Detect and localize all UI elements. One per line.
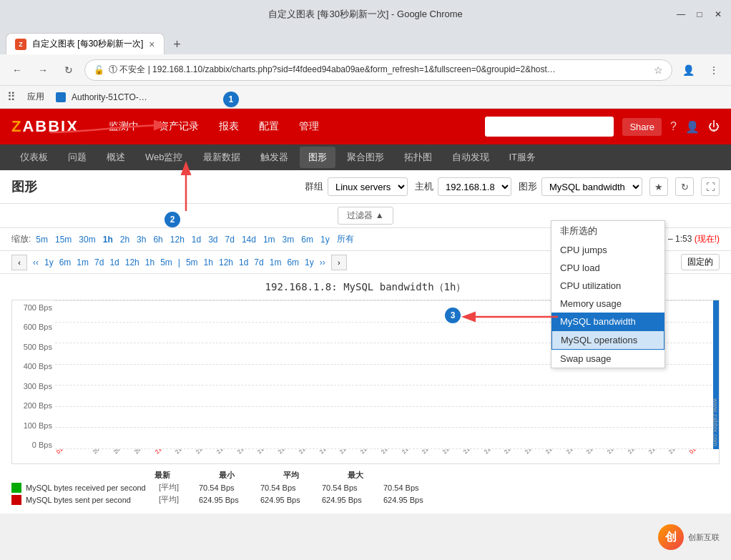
nav-monitor[interactable]: 监测中 xyxy=(100,116,147,137)
time-1y[interactable]: 1y xyxy=(318,234,332,245)
dropdown-item-5[interactable]: MySQL bandwidth xyxy=(551,313,664,330)
time-3m[interactable]: 3m xyxy=(280,234,297,245)
nav-rr[interactable]: ›› xyxy=(318,257,327,268)
nav-7d-r[interactable]: 7d xyxy=(252,257,265,268)
nav-1m-l[interactable]: 1m xyxy=(75,257,90,268)
time-6m[interactable]: 6m xyxy=(299,234,315,245)
user-icon[interactable]: 👤 xyxy=(685,120,700,134)
nav-1d-r[interactable]: 1d xyxy=(237,257,250,268)
subnav-it[interactable]: IT服务 xyxy=(501,147,545,168)
x-2124: 21.24 xyxy=(401,449,416,455)
time-5m[interactable]: 5m xyxy=(34,234,50,245)
nav-admin[interactable]: 管理 xyxy=(290,116,328,137)
subnav-triggers[interactable]: 触发器 xyxy=(252,147,297,168)
close-btn[interactable]: ✕ xyxy=(712,9,724,20)
nav-1d-l[interactable]: 1d xyxy=(108,257,120,268)
group-select[interactable]: Linux servers xyxy=(328,177,408,196)
power-icon[interactable]: ⏻ xyxy=(708,120,720,133)
nav-1y-r[interactable]: 1y xyxy=(303,257,315,268)
nav-1h-l[interactable]: 1h xyxy=(144,257,156,268)
time-2h[interactable]: 2h xyxy=(118,234,132,245)
nav-assets[interactable]: 资产记录 xyxy=(150,116,207,137)
refresh-btn[interactable]: ↻ xyxy=(675,177,694,196)
nav-6m-r[interactable]: 6m xyxy=(285,257,300,268)
legend-label-1: MySQL bytes sent per second xyxy=(26,496,154,504)
bookmark-authority[interactable]: Authority-51CTO-… xyxy=(56,92,147,102)
time-3d[interactable]: 3d xyxy=(206,234,220,245)
apps-icon[interactable]: ⠿ xyxy=(7,90,16,104)
tab-close-btn[interactable]: × xyxy=(149,39,154,50)
address-box[interactable]: 🔓 ① 不安全 | 192.168.1.10/zabbix/charts.php… xyxy=(84,59,672,81)
nav-1m-r2[interactable]: 1m xyxy=(268,257,283,268)
menu-btn[interactable]: ⋮ xyxy=(704,60,724,80)
nav-1y-l[interactable]: 1y xyxy=(43,257,55,268)
subnav-web[interactable]: Web监控 xyxy=(137,147,192,168)
dropdown-item-6[interactable]: MySQL operations xyxy=(551,330,664,350)
dropdown-item-2[interactable]: CPU load xyxy=(551,259,664,277)
prev-btn[interactable]: ‹ xyxy=(11,255,27,270)
time-all[interactable]: 所有 xyxy=(335,232,356,246)
time-3h[interactable]: 3h xyxy=(134,234,148,245)
nav-12h-l[interactable]: 12h xyxy=(124,257,141,268)
nav-12h-r[interactable]: 12h xyxy=(217,257,235,268)
subnav-topology[interactable]: 拓扑图 xyxy=(396,147,441,168)
nav-6m-l[interactable]: 6m xyxy=(58,257,73,268)
maximize-btn[interactable]: □ xyxy=(694,9,705,20)
legend-val-1-1: 624.95 Bps xyxy=(260,496,318,504)
filter-toggle-btn[interactable]: 过滤器 ▲ xyxy=(338,207,393,225)
graph-label: 图形 xyxy=(519,180,537,193)
dropdown-item-4[interactable]: Memory usage xyxy=(551,295,664,313)
nav-ll[interactable]: ‹‹ xyxy=(31,257,40,268)
nav-1h-r[interactable]: 1h xyxy=(202,257,215,268)
dropdown-item-1[interactable]: CPU jumps xyxy=(551,241,664,259)
help-icon[interactable]: ? xyxy=(670,120,677,133)
time-12h[interactable]: 12h xyxy=(168,234,187,245)
dropdown-item-3[interactable]: CPU utilization xyxy=(551,277,664,295)
next-btn[interactable]: › xyxy=(331,255,347,270)
time-15m[interactable]: 15m xyxy=(53,234,74,245)
time-30m[interactable]: 30m xyxy=(77,234,97,245)
search-input[interactable] xyxy=(485,117,614,137)
nav-config[interactable]: 配置 xyxy=(250,116,288,137)
back-btn[interactable]: ← xyxy=(7,60,27,80)
time-14d[interactable]: 14d xyxy=(240,234,258,245)
group-label: 群组 xyxy=(305,180,323,193)
minimize-btn[interactable]: — xyxy=(675,9,687,20)
bookmark-apps[interactable]: 应用 xyxy=(27,91,44,103)
subnav-autodiscover[interactable]: 自动发现 xyxy=(443,147,498,168)
forward-btn[interactable]: → xyxy=(33,60,53,80)
nav-5m-l[interactable]: 5m xyxy=(159,257,174,268)
subnav-agg[interactable]: 聚合图形 xyxy=(338,147,393,168)
host-select[interactable]: 192.168.1.8 xyxy=(438,177,511,196)
time-1m[interactable]: 1m xyxy=(261,234,278,245)
refresh-btn[interactable]: ↻ xyxy=(59,60,79,80)
dropdown-item-0[interactable]: 非所选的 xyxy=(551,221,664,241)
fixed-btn[interactable]: 固定的 xyxy=(681,254,720,270)
new-tab-btn[interactable]: + xyxy=(167,34,187,54)
active-tab[interactable]: Z 自定义图表 [每30秒刷新一次] × xyxy=(6,33,165,54)
zabbix-app: ZABBIX 监测中 资产记录 报表 配置 管理 Share ? 👤 ⏻ 仪表板… xyxy=(0,109,731,514)
subnav-problems[interactable]: 问题 xyxy=(59,147,95,168)
subnav-latest[interactable]: 最新数据 xyxy=(195,147,249,168)
dropdown-item-7[interactable]: Swap usage xyxy=(551,350,664,368)
nav-5m-r2[interactable]: 5m xyxy=(185,257,200,268)
bookmark-icon[interactable]: ☆ xyxy=(654,64,663,76)
subnav-graphs[interactable]: 图形 xyxy=(300,147,335,168)
x-2108: 21.08 xyxy=(236,449,251,455)
x-2118: 21.18 xyxy=(338,449,353,455)
nav-7d-l[interactable]: 7d xyxy=(93,257,105,268)
subnav-overview[interactable]: 概述 xyxy=(98,147,134,168)
time-1h[interactable]: 1h xyxy=(101,234,115,245)
subnav-dashboard[interactable]: 仪表板 xyxy=(11,147,57,168)
time-6h[interactable]: 6h xyxy=(151,234,165,245)
graph-select[interactable]: MySQL bandwidth xyxy=(541,177,642,196)
window-controls: — □ ✕ xyxy=(675,9,724,20)
nav-reports[interactable]: 报表 xyxy=(210,116,247,137)
star-btn[interactable]: ★ xyxy=(649,177,668,196)
profile-btn[interactable]: 👤 xyxy=(678,60,698,80)
time-7d[interactable]: 7d xyxy=(223,234,237,245)
time-1d[interactable]: 1d xyxy=(190,234,203,245)
share-btn[interactable]: Share xyxy=(622,118,662,136)
nav-1m-r[interactable]: | xyxy=(177,257,182,268)
fullscreen-btn[interactable]: ⛶ xyxy=(701,177,720,196)
